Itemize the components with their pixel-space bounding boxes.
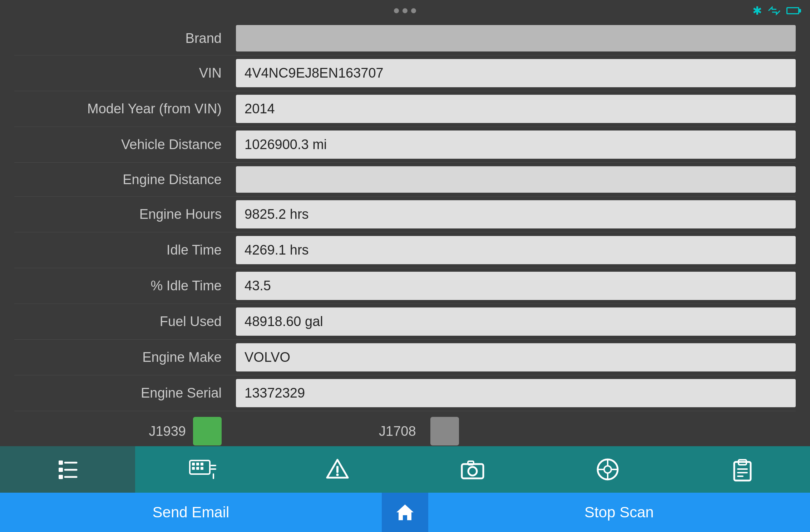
- nav-item-clipboard[interactable]: [675, 446, 810, 493]
- signal-icon: [768, 4, 781, 17]
- home-button[interactable]: [382, 493, 428, 532]
- bottom-action-bar: Send Email Stop Scan: [0, 493, 810, 532]
- engine-serial-row: Engine Serial 13372329: [14, 375, 796, 411]
- protocol-row: J1939 J1708: [14, 411, 796, 451]
- engine-make-row: Engine Make VOLVO: [14, 340, 796, 375]
- j1939-label: J1939: [149, 424, 186, 439]
- idle-time-row: Idle Time 4269.1 hrs: [14, 232, 796, 268]
- top-dots: [394, 8, 416, 13]
- brand-row: Brand: [14, 21, 796, 55]
- engine-make-value: VOLVO: [236, 343, 796, 371]
- main-content: Brand VIN 4V4NC9EJ8EN163707 Model Year (…: [0, 21, 810, 451]
- fuel-used-row: Fuel Used 48918.60 gal: [14, 304, 796, 340]
- vehicle-distance-label: Vehicle Distance: [14, 137, 236, 152]
- percent-idle-value: 43.5: [236, 272, 796, 300]
- warning-icon: [325, 457, 350, 482]
- model-year-label: Model Year (from VIN): [14, 101, 236, 117]
- bluetooth-icon: ✱: [752, 4, 762, 18]
- top-bar: ✱: [0, 0, 810, 21]
- idle-time-label: Idle Time: [14, 242, 236, 258]
- clipboard-icon: [730, 457, 755, 482]
- model-year-row: Model Year (from VIN) 2014: [14, 91, 796, 127]
- svg-rect-7: [192, 463, 195, 466]
- svg-rect-0: [59, 460, 63, 465]
- camera-icon: [460, 457, 485, 482]
- engine-distance-value: [236, 166, 796, 193]
- nav-item-diagnostics[interactable]: [135, 446, 270, 493]
- vin-value: 4V4NC9EJ8EN163707: [236, 59, 796, 87]
- fuel-used-value: 48918.60 gal: [236, 307, 796, 336]
- percent-idle-row: % Idle Time 43.5: [14, 268, 796, 304]
- vehicle-distance-value: 1026900.3 mi: [236, 130, 796, 159]
- nav-item-camera[interactable]: [405, 446, 540, 493]
- send-email-button[interactable]: Send Email: [0, 493, 382, 532]
- vehicle-distance-row: Vehicle Distance 1026900.3 mi: [14, 127, 796, 163]
- fuel-used-label: Fuel Used: [14, 314, 236, 329]
- wheel-icon: [595, 457, 620, 482]
- j1708-label: J1708: [379, 424, 416, 439]
- brand-label: Brand: [14, 31, 236, 46]
- top-icons: ✱: [752, 4, 799, 18]
- home-icon: [394, 502, 416, 523]
- j1708-area: J1708: [236, 417, 796, 445]
- engine-distance-label: Engine Distance: [14, 172, 236, 187]
- diagnostics-icon: [188, 457, 217, 482]
- svg-point-20: [468, 467, 477, 476]
- svg-point-18: [336, 474, 339, 476]
- stop-scan-button[interactable]: Stop Scan: [428, 493, 810, 532]
- checklist-icon: [55, 457, 80, 482]
- percent-idle-label: % Idle Time: [14, 278, 236, 294]
- nav-item-warning[interactable]: [270, 446, 405, 493]
- bottom-nav: [0, 446, 810, 493]
- j1708-toggle[interactable]: [430, 417, 459, 445]
- vin-row: VIN 4V4NC9EJ8EN163707: [14, 55, 796, 91]
- svg-rect-12: [201, 467, 203, 470]
- svg-point-23: [604, 466, 611, 473]
- j1939-area: J1939: [14, 417, 236, 445]
- engine-hours-label: Engine Hours: [14, 207, 236, 222]
- idle-time-value: 4269.1 hrs: [236, 236, 796, 264]
- svg-marker-33: [396, 504, 414, 520]
- engine-hours-value: 9825.2 hrs: [236, 200, 796, 228]
- brand-value: [236, 25, 796, 51]
- j1939-toggle[interactable]: [193, 417, 222, 445]
- engine-distance-row: Engine Distance: [14, 163, 796, 197]
- engine-serial-label: Engine Serial: [14, 385, 236, 401]
- svg-rect-9: [201, 463, 203, 466]
- vin-label: VIN: [14, 65, 236, 81]
- engine-serial-value: 13372329: [236, 379, 796, 407]
- svg-rect-11: [196, 467, 199, 470]
- svg-rect-2: [59, 468, 63, 472]
- svg-rect-10: [192, 467, 195, 470]
- svg-rect-21: [468, 461, 474, 465]
- nav-item-checklist[interactable]: [0, 446, 135, 493]
- svg-rect-4: [59, 475, 63, 479]
- nav-item-wheel[interactable]: [540, 446, 675, 493]
- model-year-value: 2014: [236, 95, 796, 123]
- svg-rect-8: [196, 463, 199, 466]
- battery-icon: [786, 7, 799, 14]
- engine-make-label: Engine Make: [14, 350, 236, 365]
- engine-hours-row: Engine Hours 9825.2 hrs: [14, 197, 796, 232]
